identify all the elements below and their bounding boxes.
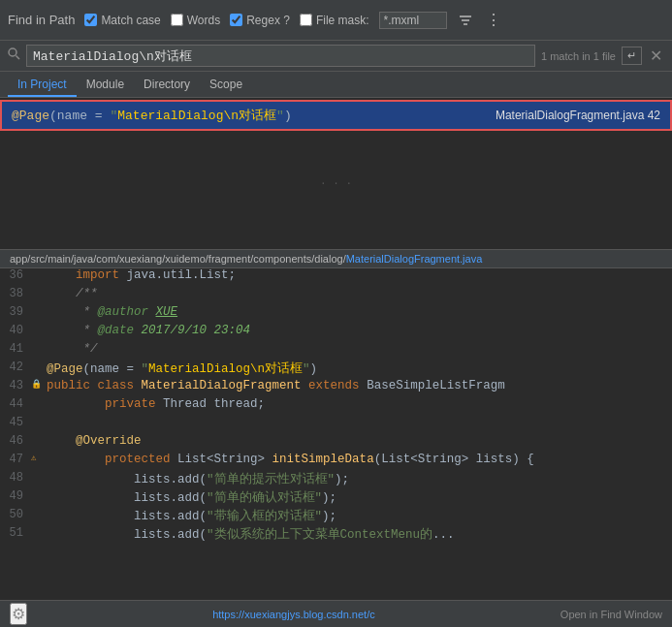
line-content-44: private Thread thread; — [47, 397, 672, 411]
svg-line-4 — [16, 56, 20, 60]
filter-icon — [459, 14, 472, 27]
code-area: 36 import java.util.List; 38 /** 39 * @a… — [0, 268, 672, 545]
code-line-49: 49 lists.add("简单的确认对话框"); — [0, 489, 672, 508]
line-num-40: 40 — [0, 324, 31, 337]
code-line-44: 44 private Thread thread; — [0, 397, 672, 416]
tab-directory-label: Directory — [144, 78, 190, 91]
line-num-46: 46 — [0, 434, 31, 448]
tab-directory[interactable]: Directory — [134, 74, 200, 97]
open-in-find-window: Open in Find Window — [560, 609, 662, 620]
tab-module[interactable]: Module — [77, 74, 134, 97]
words-checkbox[interactable] — [171, 14, 183, 26]
line-num-38: 38 — [0, 287, 31, 300]
line-content-46: @Override — [47, 434, 672, 448]
preview-file-name: MaterialDialogFragment.java — [346, 253, 483, 265]
line-num-48: 48 — [0, 471, 31, 485]
search-icon — [8, 47, 20, 64]
results-area: @Page(name = "MaterialDialog\n对话框") Mate… — [0, 98, 672, 175]
line-num-44: 44 — [0, 397, 31, 411]
code-line-43: 43 🔒 public class MaterialDialogFragment… — [0, 379, 672, 397]
words-label: Words — [187, 14, 220, 27]
enter-button[interactable]: ↵ — [622, 47, 642, 65]
line-num-51: 51 — [0, 526, 31, 540]
toolbar-title: Find in Path — [8, 13, 75, 27]
more-icon: ⋮ — [486, 11, 501, 29]
line-content-45 — [47, 416, 672, 429]
code-line-40: 40 * @date 2017/9/10 23:04 — [0, 324, 672, 342]
close-search-button[interactable]: ✕ — [648, 47, 664, 65]
match-case-checkbox-label[interactable]: Match case — [84, 14, 160, 27]
regex-checkbox[interactable] — [230, 14, 242, 26]
more-options-button[interactable]: ⋮ — [484, 9, 503, 31]
preview-path: app/src/main/java/com/xuexiang/xuidemo/f… — [0, 249, 672, 268]
line-num-45: 45 — [0, 416, 31, 429]
svg-point-3 — [9, 48, 16, 56]
file-mask-checkbox[interactable] — [300, 14, 312, 26]
line-content-49: lists.add("简单的确认对话框"); — [47, 489, 672, 506]
find-in-path-toolbar: Find in Path Match case Words Regex ? Fi… — [0, 0, 672, 41]
line-content-40: * @date 2017/9/10 23:04 — [47, 324, 672, 337]
regex-label: Regex ? — [246, 14, 290, 27]
file-mask-checkbox-label[interactable]: File mask: — [300, 14, 369, 27]
code-line-39: 39 * @author XUE — [0, 305, 672, 324]
gear-icon: ⚙ — [12, 606, 25, 622]
file-mask-input[interactable] — [379, 12, 447, 29]
line-num-50: 50 — [0, 508, 31, 521]
line-content-39: * @author XUE — [47, 305, 672, 319]
match-info: 1 match in 1 file — [541, 50, 616, 62]
line-num-49: 49 — [0, 489, 31, 503]
code-line-41: 41 */ — [0, 342, 672, 361]
separator-dots: · · · — [0, 175, 672, 191]
code-line-50: 50 lists.add("带输入框的对话框"); — [0, 508, 672, 526]
gear-button[interactable]: ⚙ — [10, 603, 27, 625]
search-row: 1 match in 1 file ↵ ✕ — [0, 41, 672, 72]
regex-checkbox-label[interactable]: Regex ? — [230, 14, 290, 27]
tab-in-project[interactable]: In Project — [8, 74, 77, 97]
line-content-38: /** — [47, 287, 672, 300]
code-line-48: 48 lists.add("简单的提示性对话框"); — [0, 471, 672, 489]
match-case-label: Match case — [101, 14, 160, 27]
result-highlight: MaterialDialog\n对话框 — [117, 109, 276, 123]
line-num-42: 42 — [0, 361, 31, 374]
line-content-48: lists.add("简单的提示性对话框"); — [47, 471, 672, 487]
code-line-46: 46 @Override — [0, 434, 672, 453]
status-bar: ⚙ https://xuexiangjys.blog.csdn.net/c Op… — [0, 600, 672, 627]
code-line-36: 36 import java.util.List; — [0, 268, 672, 287]
result-row[interactable]: @Page(name = "MaterialDialog\n对话框") Mate… — [0, 100, 672, 131]
code-line-45: 45 — [0, 416, 672, 434]
tab-scope[interactable]: Scope — [200, 74, 252, 97]
line-content-47: protected List<String> initSimpleData(Li… — [47, 453, 672, 466]
code-line-51: 51 lists.add("类似系统的上下文菜单ContextMenu的... — [0, 526, 672, 545]
code-line-38: 38 /** — [0, 287, 672, 305]
preview-path-text: app/src/main/java/com/xuexiang/xuidemo/f… — [10, 253, 482, 265]
file-mask-label: File mask: — [316, 14, 369, 27]
line-content-43: public class MaterialDialogFragment exte… — [47, 379, 672, 392]
code-line-47: 47 ⚠ protected List<String> initSimpleDa… — [0, 453, 672, 471]
result-text: @Page(name = "MaterialDialog\n对话框") — [12, 107, 292, 124]
line-num-39: 39 — [0, 305, 31, 319]
code-line-42: 42 @Page(name = "MaterialDialog\n对话框") — [0, 361, 672, 379]
line-content-51: lists.add("类似系统的上下文菜单ContextMenu的... — [47, 526, 672, 543]
line-num-41: 41 — [0, 342, 31, 356]
words-checkbox-label[interactable]: Words — [171, 14, 220, 27]
line-num-36: 36 — [0, 268, 31, 282]
scope-tabs: In Project Module Directory Scope — [0, 72, 672, 98]
match-case-checkbox[interactable] — [84, 14, 97, 26]
line-content-42: @Page(name = "MaterialDialog\n对话框") — [47, 361, 672, 377]
line-num-43: 43 — [0, 379, 31, 392]
search-input[interactable] — [26, 45, 535, 67]
line-num-47: 47 — [0, 453, 31, 466]
line-content-50: lists.add("带输入框的对话框"); — [47, 508, 672, 524]
line-content-36: import java.util.List; — [47, 268, 672, 282]
result-file: MaterialDialogFragment.java 42 — [496, 109, 660, 122]
filter-button[interactable] — [457, 12, 474, 29]
tab-in-project-label: In Project — [17, 78, 67, 91]
tab-scope-label: Scope — [209, 78, 242, 91]
tab-module-label: Module — [86, 78, 124, 91]
line-content-41: */ — [47, 342, 672, 356]
status-link[interactable]: https://xuexiangjys.blog.csdn.net/c — [212, 609, 375, 620]
result-annotation: @Page — [12, 109, 49, 123]
